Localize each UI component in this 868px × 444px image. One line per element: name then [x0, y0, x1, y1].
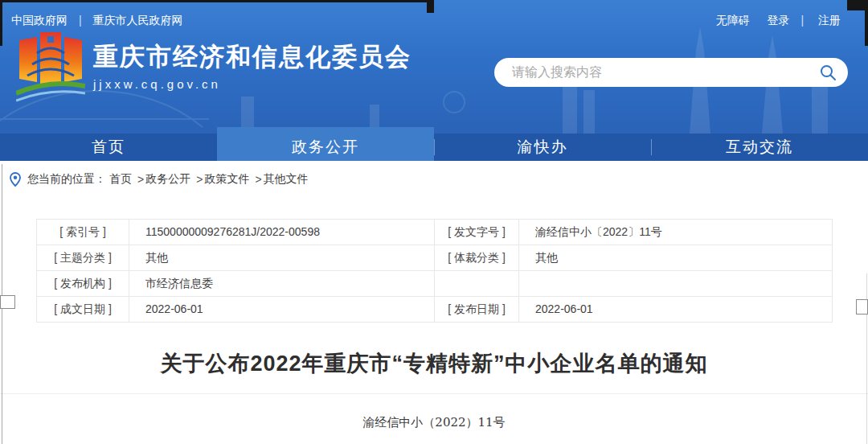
site-name: 重庆市经济和信息化委员会 [93, 43, 411, 72]
breadcrumb-separator: > [196, 173, 203, 186]
nav-item-interaction[interactable]: 互动交流 [651, 134, 868, 161]
article-title: 关于公布2022年重庆市“专精特新”中小企业名单的通知 [0, 348, 868, 379]
breadcrumb-home[interactable]: 首页 [109, 172, 132, 187]
doc-info-value: 市经济信息委 [129, 271, 435, 297]
doc-info-label: [ 发布机构 ] [37, 271, 129, 297]
top-edge-tick-artifact [427, 0, 434, 13]
doc-info-label: [ 发布日期 ] [435, 297, 519, 323]
right-edge-handle [856, 299, 868, 314]
title-divider [0, 393, 868, 394]
doc-info-value: 2022-06-01 [129, 297, 435, 323]
doc-info-value: 其他 [129, 245, 435, 271]
brand-text: 重庆市经济和信息化委员会 jjxxw.cq.gov.cn [93, 43, 411, 91]
cq-gov-link[interactable]: 重庆市人民政府网 [92, 14, 182, 27]
top-left-corner-artifact [0, 0, 2, 46]
doc-info-label: [ 索引号 ] [37, 220, 129, 245]
doc-info-table: [ 索引号 ] 11500000009276281J/2022-00598 [ … [36, 219, 833, 323]
site-url: jjxxw.cq.gov.cn [93, 77, 411, 91]
topbar-divider: | [79, 14, 82, 27]
breadcrumb: 您当前的位置： 首页 > 政务公开 > 政策文件 > 其他文件 [0, 161, 868, 198]
breadcrumb-separator: > [255, 173, 261, 186]
topbar-divider-2: | [800, 14, 804, 27]
doc-info-value: 2022-06-01 [519, 297, 833, 323]
doc-info-value: 渝经信中小〔2022〕11号 [519, 220, 833, 245]
site-emblem-icon [16, 31, 85, 103]
nav-item-yukuaiban[interactable]: 渝快办 [434, 134, 651, 161]
doc-info-label: [ 发文字号 ] [435, 220, 519, 245]
search-box [494, 58, 848, 87]
main-nav: 首页 政务公开 渝快办 互动交流 [0, 134, 868, 161]
topbar: 中国政府网 | 重庆市人民政府网 无障碍 登录 | 注册 [0, 0, 868, 28]
search-button[interactable] [816, 64, 848, 81]
top-right-notch-artifact [847, 0, 868, 10]
breadcrumb-other-files[interactable]: 其他文件 [264, 172, 309, 187]
doc-info-value [519, 271, 833, 297]
nav-item-home[interactable]: 首页 [0, 134, 217, 161]
breadcrumb-gov-disclosure[interactable]: 政务公开 [145, 172, 190, 187]
top-edge-artifact [0, 0, 434, 2]
doc-info-label: [ 体裁分类 ] [435, 245, 519, 271]
doc-info-value: 11500000009276281J/2022-00598 [129, 220, 435, 245]
magnifier-icon [819, 64, 837, 81]
topbar-left-links: 中国政府网 | 重庆市人民政府网 [11, 14, 182, 28]
gov-cn-link[interactable]: 中国政府网 [11, 14, 68, 27]
doc-info-value: 其他 [519, 245, 833, 271]
breadcrumb-separator: > [137, 173, 144, 186]
nav-item-gov-disclosure[interactable]: 政务公开 [217, 127, 434, 161]
doc-info-label: [ 成文日期 ] [37, 297, 129, 323]
register-link[interactable]: 注册 [818, 14, 841, 27]
left-edge-handle [0, 295, 15, 309]
header-banner: 中国政府网 | 重庆市人民政府网 无障碍 登录 | 注册 [0, 0, 868, 134]
accessibility-link[interactable]: 无障碍 [716, 14, 750, 27]
doc-info-label: [ 主题分类 ] [37, 245, 129, 271]
topbar-right-links: 无障碍 登录 | 注册 [713, 14, 841, 28]
doc-info-label [435, 271, 519, 297]
article-doc-number: 渝经信中小（2022）11号 [0, 415, 868, 430]
breadcrumb-policy-files[interactable]: 政策文件 [204, 172, 249, 187]
breadcrumb-prefix: 您当前的位置： [27, 172, 106, 187]
search-input[interactable] [494, 65, 816, 80]
location-pin-icon [10, 172, 21, 187]
login-link[interactable]: 登录 [768, 14, 790, 27]
